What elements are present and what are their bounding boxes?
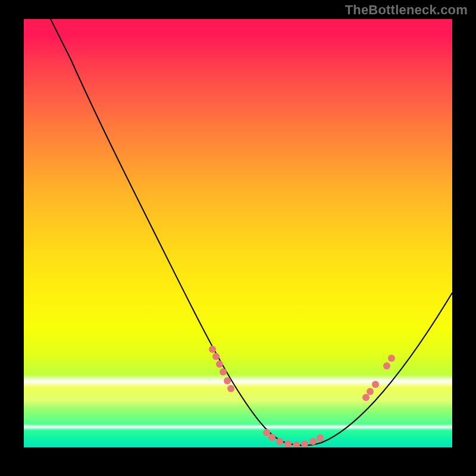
- svg-point-11: [301, 440, 308, 447]
- svg-point-16: [372, 381, 379, 388]
- svg-point-15: [367, 388, 374, 395]
- svg-point-6: [263, 429, 270, 436]
- svg-point-14: [362, 394, 369, 401]
- curve-markers: [209, 346, 395, 447]
- svg-point-17: [383, 362, 390, 369]
- svg-point-7: [268, 434, 275, 441]
- chart-container: TheBottleneck.com: [0, 0, 476, 476]
- svg-point-8: [276, 438, 283, 445]
- chart-svg: [24, 19, 452, 447]
- svg-point-4: [224, 377, 231, 384]
- svg-point-3: [220, 368, 227, 375]
- svg-point-2: [216, 361, 223, 368]
- svg-point-1: [212, 353, 220, 360]
- svg-point-10: [293, 441, 300, 447]
- svg-point-13: [317, 434, 324, 441]
- svg-point-5: [227, 385, 234, 392]
- watermark-text: TheBottleneck.com: [345, 2, 468, 18]
- svg-point-9: [284, 440, 292, 447]
- bottleneck-curve: [33, 19, 452, 446]
- svg-point-0: [209, 346, 216, 353]
- svg-point-18: [388, 355, 395, 362]
- svg-point-12: [309, 438, 317, 445]
- plot-area: [24, 19, 452, 447]
